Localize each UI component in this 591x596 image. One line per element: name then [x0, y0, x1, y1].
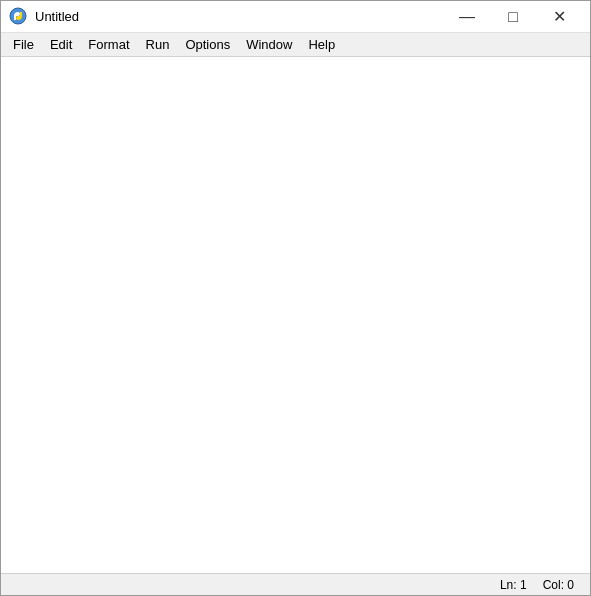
app-icon — [9, 7, 29, 27]
menu-options[interactable]: Options — [177, 34, 238, 56]
title-bar: Untitled — □ ✕ — [1, 1, 590, 33]
maximize-button[interactable]: □ — [490, 1, 536, 33]
menu-edit[interactable]: Edit — [42, 34, 80, 56]
window-controls: — □ ✕ — [444, 1, 582, 33]
menu-file[interactable]: File — [5, 34, 42, 56]
main-window: Untitled — □ ✕ FileEditFormatRunOptionsW… — [0, 0, 591, 596]
menu-bar: FileEditFormatRunOptionsWindowHelp — [1, 33, 590, 57]
editor-container — [1, 57, 590, 573]
window-title: Untitled — [35, 9, 444, 24]
minimize-button[interactable]: — — [444, 1, 490, 33]
col-number: Col: 0 — [543, 578, 574, 592]
status-bar: Ln: 1 Col: 0 — [1, 573, 590, 595]
menu-run[interactable]: Run — [138, 34, 178, 56]
close-button[interactable]: ✕ — [536, 1, 582, 33]
menu-format[interactable]: Format — [80, 34, 137, 56]
menu-help[interactable]: Help — [300, 34, 343, 56]
code-editor[interactable] — [1, 57, 590, 573]
line-number: Ln: 1 — [500, 578, 527, 592]
menu-window[interactable]: Window — [238, 34, 300, 56]
